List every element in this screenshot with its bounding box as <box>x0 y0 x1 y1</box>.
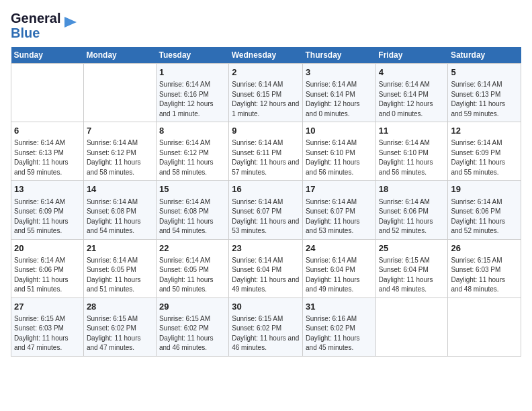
day-info: Sunrise: 6:14 AMSunset: 6:15 PMDaylight:… <box>232 80 300 119</box>
day-number: 12 <box>451 125 518 137</box>
day-info: Sunrise: 6:14 AMSunset: 6:05 PMDaylight:… <box>87 256 153 295</box>
calendar-cell: 25Sunrise: 6:15 AMSunset: 6:04 PMDayligh… <box>375 239 448 298</box>
calendar-cell: 17Sunrise: 6:14 AMSunset: 6:07 PMDayligh… <box>303 181 376 239</box>
page-header: GeneralBlue <box>11 11 521 40</box>
day-number: 21 <box>87 242 153 255</box>
day-number: 23 <box>232 242 300 255</box>
day-number: 3 <box>306 66 373 79</box>
day-number: 10 <box>306 125 373 137</box>
calendar-header-row: SundayMondayTuesdayWednesdayThursdayFrid… <box>11 47 521 64</box>
day-info: Sunrise: 6:14 AMSunset: 6:14 PMDaylight:… <box>306 80 373 119</box>
calendar-cell: 12Sunrise: 6:14 AMSunset: 6:09 PMDayligh… <box>448 122 521 181</box>
calendar-cell: 20Sunrise: 6:14 AMSunset: 6:06 PMDayligh… <box>11 239 84 298</box>
calendar-cell: 5Sunrise: 6:14 AMSunset: 6:13 PMDaylight… <box>448 64 521 122</box>
day-info: Sunrise: 6:15 AMSunset: 6:04 PMDaylight:… <box>379 256 445 295</box>
day-info: Sunrise: 6:14 AMSunset: 6:12 PMDaylight:… <box>159 138 226 177</box>
calendar-cell: 8Sunrise: 6:14 AMSunset: 6:12 PMDaylight… <box>156 122 228 181</box>
calendar-cell: 2Sunrise: 6:14 AMSunset: 6:15 PMDaylight… <box>229 64 303 122</box>
calendar-week-1: 1Sunrise: 6:14 AMSunset: 6:16 PMDaylight… <box>11 64 521 122</box>
calendar-cell <box>11 64 84 122</box>
calendar-cell: 1Sunrise: 6:14 AMSunset: 6:16 PMDaylight… <box>156 64 228 122</box>
day-number: 5 <box>451 66 518 79</box>
day-number: 19 <box>451 183 518 195</box>
day-info: Sunrise: 6:14 AMSunset: 6:14 PMDaylight:… <box>379 80 445 119</box>
calendar-cell: 19Sunrise: 6:14 AMSunset: 6:06 PMDayligh… <box>448 181 521 239</box>
day-info: Sunrise: 6:14 AMSunset: 6:06 PMDaylight:… <box>379 197 445 236</box>
col-header-friday: Friday <box>375 47 448 64</box>
logo: GeneralBlue <box>11 11 78 40</box>
calendar-cell: 16Sunrise: 6:14 AMSunset: 6:07 PMDayligh… <box>229 181 303 239</box>
day-number: 30 <box>232 301 300 313</box>
day-info: Sunrise: 6:14 AMSunset: 6:04 PMDaylight:… <box>306 256 373 295</box>
calendar-cell <box>375 298 448 356</box>
day-info: Sunrise: 6:14 AMSunset: 6:05 PMDaylight:… <box>159 256 226 295</box>
day-number: 27 <box>14 301 81 313</box>
day-info: Sunrise: 6:14 AMSunset: 6:04 PMDaylight:… <box>232 256 300 295</box>
day-number: 26 <box>451 242 518 255</box>
day-info: Sunrise: 6:14 AMSunset: 6:12 PMDaylight:… <box>87 138 153 177</box>
calendar-table: SundayMondayTuesdayWednesdayThursdayFrid… <box>11 47 521 357</box>
calendar-cell: 11Sunrise: 6:14 AMSunset: 6:10 PMDayligh… <box>375 122 448 181</box>
day-info: Sunrise: 6:14 AMSunset: 6:10 PMDaylight:… <box>306 138 373 177</box>
day-info: Sunrise: 6:16 AMSunset: 6:02 PMDaylight:… <box>306 314 373 353</box>
day-info: Sunrise: 6:14 AMSunset: 6:16 PMDaylight:… <box>159 80 226 119</box>
day-info: Sunrise: 6:14 AMSunset: 6:09 PMDaylight:… <box>451 138 518 177</box>
day-number: 24 <box>306 242 373 255</box>
day-number: 29 <box>159 301 226 313</box>
day-info: Sunrise: 6:14 AMSunset: 6:09 PMDaylight:… <box>14 197 81 236</box>
calendar-cell: 23Sunrise: 6:14 AMSunset: 6:04 PMDayligh… <box>229 239 303 298</box>
calendar-week-3: 13Sunrise: 6:14 AMSunset: 6:09 PMDayligh… <box>11 181 521 239</box>
day-number: 16 <box>232 183 300 195</box>
calendar-cell: 22Sunrise: 6:14 AMSunset: 6:05 PMDayligh… <box>156 239 228 298</box>
calendar-week-2: 6Sunrise: 6:14 AMSunset: 6:13 PMDaylight… <box>11 122 521 181</box>
day-info: Sunrise: 6:14 AMSunset: 6:10 PMDaylight:… <box>379 138 445 177</box>
col-header-saturday: Saturday <box>448 47 521 64</box>
day-info: Sunrise: 6:15 AMSunset: 6:03 PMDaylight:… <box>14 314 81 353</box>
calendar-cell <box>83 64 156 122</box>
day-info: Sunrise: 6:15 AMSunset: 6:02 PMDaylight:… <box>159 314 226 353</box>
day-info: Sunrise: 6:14 AMSunset: 6:13 PMDaylight:… <box>451 80 518 119</box>
calendar-cell: 15Sunrise: 6:14 AMSunset: 6:08 PMDayligh… <box>156 181 228 239</box>
day-info: Sunrise: 6:15 AMSunset: 6:02 PMDaylight:… <box>232 314 300 353</box>
day-number: 31 <box>306 301 373 313</box>
day-number: 18 <box>379 183 445 195</box>
day-number: 25 <box>379 242 445 255</box>
day-number: 4 <box>379 66 445 79</box>
day-number: 8 <box>159 125 226 137</box>
calendar-cell: 7Sunrise: 6:14 AMSunset: 6:12 PMDaylight… <box>83 122 156 181</box>
day-number: 14 <box>87 183 153 195</box>
calendar-cell <box>448 298 521 356</box>
day-number: 11 <box>379 125 445 137</box>
day-info: Sunrise: 6:15 AMSunset: 6:02 PMDaylight:… <box>87 314 153 353</box>
day-number: 15 <box>159 183 226 195</box>
day-number: 17 <box>306 183 373 195</box>
calendar-cell: 4Sunrise: 6:14 AMSunset: 6:14 PMDaylight… <box>375 64 448 122</box>
calendar-cell: 21Sunrise: 6:14 AMSunset: 6:05 PMDayligh… <box>83 239 156 298</box>
calendar-cell: 31Sunrise: 6:16 AMSunset: 6:02 PMDayligh… <box>303 298 376 356</box>
day-number: 9 <box>232 125 300 137</box>
calendar-cell: 6Sunrise: 6:14 AMSunset: 6:13 PMDaylight… <box>11 122 84 181</box>
calendar-cell: 18Sunrise: 6:14 AMSunset: 6:06 PMDayligh… <box>375 181 448 239</box>
calendar-cell: 9Sunrise: 6:14 AMSunset: 6:11 PMDaylight… <box>229 122 303 181</box>
day-number: 13 <box>14 183 81 195</box>
day-info: Sunrise: 6:15 AMSunset: 6:03 PMDaylight:… <box>451 256 518 295</box>
col-header-sunday: Sunday <box>11 47 84 64</box>
day-info: Sunrise: 6:14 AMSunset: 6:08 PMDaylight:… <box>87 197 153 236</box>
day-info: Sunrise: 6:14 AMSunset: 6:06 PMDaylight:… <box>451 197 518 236</box>
col-header-thursday: Thursday <box>303 47 376 64</box>
day-number: 20 <box>14 242 81 255</box>
calendar-cell: 26Sunrise: 6:15 AMSunset: 6:03 PMDayligh… <box>448 239 521 298</box>
day-info: Sunrise: 6:14 AMSunset: 6:06 PMDaylight:… <box>14 256 81 295</box>
day-number: 1 <box>159 66 226 79</box>
col-header-wednesday: Wednesday <box>229 47 303 64</box>
svg-marker-0 <box>64 17 77 28</box>
logo-arrow-icon <box>63 14 78 29</box>
day-info: Sunrise: 6:14 AMSunset: 6:11 PMDaylight:… <box>232 138 300 177</box>
day-info: Sunrise: 6:14 AMSunset: 6:08 PMDaylight:… <box>159 197 226 236</box>
logo-text: GeneralBlue <box>11 11 60 40</box>
col-header-tuesday: Tuesday <box>156 47 228 64</box>
col-header-monday: Monday <box>83 47 156 64</box>
day-number: 28 <box>87 301 153 313</box>
calendar-cell: 14Sunrise: 6:14 AMSunset: 6:08 PMDayligh… <box>83 181 156 239</box>
calendar-cell: 24Sunrise: 6:14 AMSunset: 6:04 PMDayligh… <box>303 239 376 298</box>
